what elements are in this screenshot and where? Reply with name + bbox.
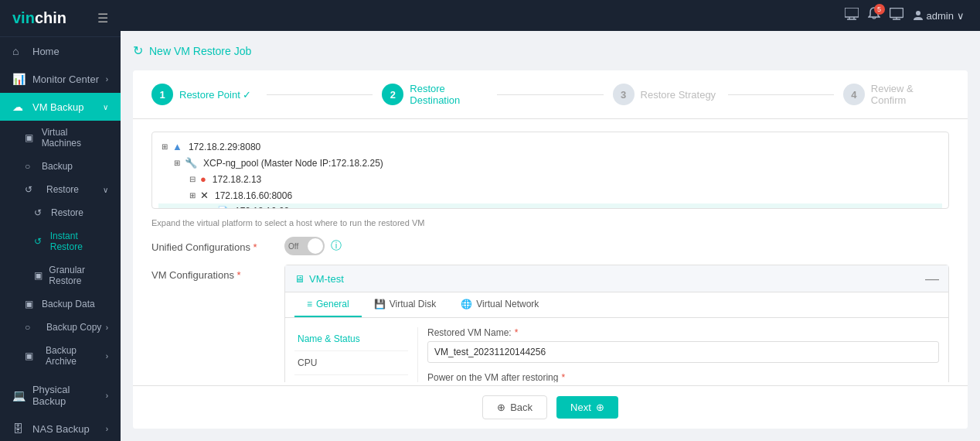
tab-virtual-network[interactable]: 🌐 Virtual Network [448,292,551,317]
wizard-steps: 1 Restore Point ✓ 2 Restore Destination [133,70,968,118]
sidebar-item-backup-copy[interactable]: ○ Backup Copy › [0,316,121,339]
platform-tree[interactable]: ⊞ ▲ 172.18.2.29:8080 ⊞ 🔧 XCP-ng_pool (Ma… [151,132,949,209]
notification-icon[interactable]: 5 [868,7,880,24]
next-icon: ⊕ [596,402,604,413]
topbar: 5 admin ∨ [121,0,980,31]
sidebar-sub-label: Backup Copy [46,322,101,333]
refresh-icon: ↻ [133,43,143,58]
wizard-step-3: 3 Restore Strategy [613,84,719,105]
required-marker: * [237,269,241,281]
info-icon[interactable]: ⓘ [331,239,342,253]
sidebar-item-vm-backup[interactable]: ☁ VM Backup ∨ [0,93,121,121]
chevron-right-icon: › [106,352,108,361]
required-marker: * [515,327,519,338]
sidebar-item-label: VM Backup [32,101,83,113]
sidebar-sub-label: Granular Restore [49,265,108,286]
wizard-step-4: 4 Review & Confirm [843,83,949,106]
logo: vinchin [12,9,66,27]
sidebar-item-nas-backup[interactable]: 🗄 NAS Backup › [0,415,121,441]
power-on-label: Power on the VM after restoring * [427,372,939,382]
sidebar-sub-label: Backup Data [42,299,95,309]
sidebar-sub-label: Restore [46,184,79,195]
sidebar-item-physical-backup[interactable]: 💻 Physical Backup › [0,376,121,415]
chevron-right-icon: ∨ [103,186,108,194]
tree-node-2[interactable]: ⊟ ● 172.18.2.13 [158,171,942,187]
granular-restore-icon: ▣ [34,270,44,281]
form-area: ⊞ ▲ 172.18.2.29:8080 ⊞ 🔧 XCP-ng_pool (Ma… [133,119,968,382]
sidebar-item-instant-restore[interactable]: ↺ Instant Restore [0,224,121,258]
sidebar-item-restore[interactable]: ↺ Restore ∨ [0,178,121,201]
sidebar-item-virtual-machines[interactable]: ▣ Virtual Machines [0,121,121,155]
tree-node-4[interactable]: ✓ 📄 172.18.16.60 [158,203,942,209]
hamburger-icon[interactable]: ☰ [97,11,108,26]
sidebar-item-backup-archive[interactable]: ▣ Backup Archive › [0,339,121,373]
tab-label: General [316,299,349,309]
monitor-icon: 📊 [12,73,26,85]
tree-node-0[interactable]: ⊞ ▲ 172.18.2.29:8080 [158,138,942,155]
step-label-2: Restore Destination [410,83,488,106]
logo-vin: vin [12,9,35,26]
restored-vm-name-label: Restored VM Name: * [427,327,939,338]
wizard-step-1: 1 Restore Point ✓ [151,84,257,105]
tab-general[interactable]: ≡ General [294,292,362,317]
sidebar-sub-label: Instant Restore [50,231,108,252]
chevron-right-icon: › [106,323,108,332]
footer: ⊕ Back Next ⊕ [133,385,968,429]
content-area: ↻ New VM Restore Job 1 Restore Point ✓ [121,31,980,441]
sidebar-item-label: Physical Backup [32,384,106,407]
tree-node-label: 172.18.16.60:8006 [215,190,292,201]
restored-vm-name-group: Restored VM Name: * [427,327,939,363]
sidebar-sub-label: Restore [51,207,83,218]
nav-name-status[interactable]: Name & Status [294,327,408,351]
vm-tab-panel: 🖥 VM-test — ≡ General [284,265,949,382]
home-icon: ⌂ [12,45,26,57]
power-on-group: Power on the VM after restoring * OFF [427,372,939,382]
tree-node-label: 172.18.16.60 [235,206,289,209]
svg-point-7 [916,11,920,15]
restore-sub-icon: ↺ [34,207,46,218]
step-label-3: Restore Strategy [641,89,716,101]
chevron-down-icon: ∨ [103,103,108,111]
unified-config-toggle[interactable]: Off [284,237,325,255]
sidebar-item-restore-sub[interactable]: ↺ Restore [0,201,121,224]
sidebar-item-granular-restore[interactable]: ▣ Granular Restore [0,258,121,292]
nav-ram[interactable]: RAM [294,375,408,382]
expand-icon: ⊞ [189,191,196,200]
backup-icon: ○ [25,161,37,172]
user-menu[interactable]: admin ∨ [913,10,965,22]
step-label-1: Restore Point ✓ [179,89,251,101]
virtual-network-tab-icon: 🌐 [461,299,472,309]
tree-node-3[interactable]: ⊞ ✕ 172.18.16.60:8006 [158,187,942,203]
sidebar-item-monitor[interactable]: 📊 Monitor Center › [0,65,121,93]
tree-node-1[interactable]: ⊞ 🔧 XCP-ng_pool (Master Node IP:172.18.2… [158,155,942,171]
sidebar-item-backup[interactable]: ○ Backup [0,155,121,178]
svg-rect-4 [890,9,903,18]
back-button[interactable]: ⊕ Back [482,395,547,419]
required-marker: * [254,241,257,253]
sidebar-sub-label: Backup [42,161,73,172]
page-header: ↻ New VM Restore Job [133,43,968,58]
sidebar-item-label: Monitor Center [32,74,99,85]
tab-right-form: Restored VM Name: * Power on the VM afte… [427,327,939,382]
main-area: 5 admin ∨ ↻ New VM Restore Job 1 [121,0,980,441]
sidebar-item-backup-data[interactable]: ▣ Backup Data [0,292,121,316]
tab-virtual-disk[interactable]: 💾 Virtual Disk [362,292,448,317]
nav-cpu[interactable]: CPU [294,351,408,375]
restored-vm-name-input[interactable] [427,341,939,363]
vm-config-value: 🖥 VM-test — ≡ General [284,265,949,382]
sidebar-item-label: Home [32,46,60,57]
minimize-button[interactable]: — [925,272,939,285]
wizard-step-2: 2 Restore Destination [382,83,488,106]
next-button[interactable]: Next ⊕ [556,396,618,419]
back-icon: ⊕ [497,402,505,413]
monitor-screen-icon[interactable] [845,8,859,23]
step-divider-3 [728,94,834,95]
tab-label: Virtual Disk [390,299,436,309]
sidebar-item-home[interactable]: ⌂ Home [0,37,121,65]
step-label-4: Review & Confirm [871,83,949,106]
display-icon[interactable] [890,8,903,23]
instant-restore-icon: ↺ [34,236,46,247]
sidebar-sub-label: Virtual Machines [42,127,108,149]
chevron-right-icon: › [106,425,108,433]
toggle-knob [308,238,323,254]
